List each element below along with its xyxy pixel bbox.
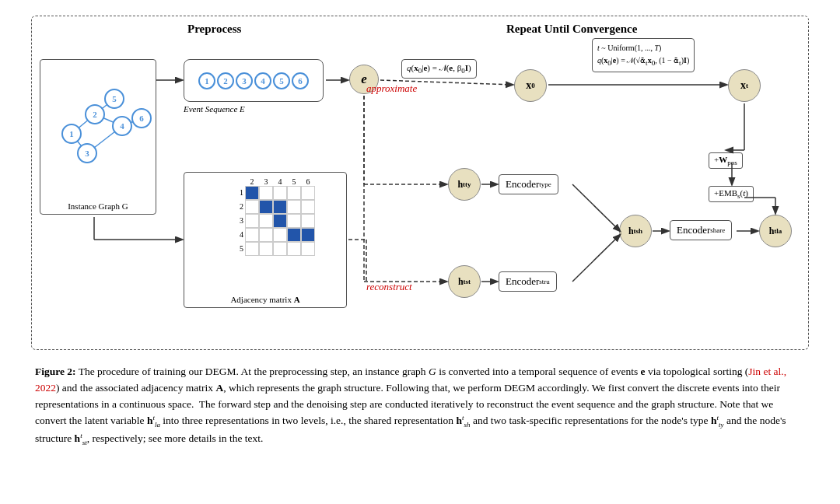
caption: Figure 2: The procedure of training our … (31, 364, 809, 449)
matrix-cell (245, 242, 259, 256)
encoder-stru-box: Encoderstru (499, 271, 557, 292)
svg-line-32 (572, 184, 620, 231)
h-la-node: htla (759, 215, 792, 247)
wpos-box: +Wpos (709, 152, 743, 169)
adj-matrix-area: 2 3 4 5 6 1 2 (184, 172, 347, 308)
matrix-cell (301, 200, 315, 214)
matrix-cell (301, 242, 315, 256)
instance-graph-label: Instance Graph G (68, 201, 128, 211)
matrix-cell (301, 228, 315, 242)
xt-node: xt (728, 69, 761, 102)
event-seq-box: 1 2 3 4 5 6 (184, 59, 324, 102)
matrix-cell (245, 214, 259, 228)
node-3: 3 (236, 72, 253, 89)
approximate-text: approximate (366, 82, 417, 95)
matrix-cell (273, 200, 287, 214)
event-seq-label: Event Sequence E (184, 104, 245, 114)
matrix-cell (301, 186, 315, 200)
matrix-cell (273, 214, 287, 228)
matrix-cell (287, 186, 301, 200)
matrix-cell (259, 228, 273, 242)
matrix-cell (301, 214, 315, 228)
h-st-node: htst (448, 265, 481, 298)
matrix-cell (287, 214, 301, 228)
matrix-cell (287, 228, 301, 242)
svg-text:3: 3 (85, 149, 89, 158)
svg-text:1: 1 (69, 129, 74, 138)
node-6: 6 (292, 72, 309, 89)
svg-text:6: 6 (139, 114, 144, 123)
matrix-cell (287, 242, 301, 256)
instance-graph-area: 1 2 3 4 5 6 Instance Graph G (40, 59, 156, 215)
encoder-share-box: Encodershare (670, 220, 732, 240)
node-4: 4 (254, 72, 271, 89)
caption-text: Figure 2: The procedure of training our … (35, 366, 786, 444)
emb-box: +EMBs(t) (709, 186, 754, 202)
instance-graph-svg: 1 2 3 4 5 6 (44, 68, 153, 196)
x0-node: x0 (514, 69, 547, 102)
adj-matrix-label: Adjacency matrix A (230, 295, 299, 304)
svg-text:2: 2 (93, 110, 97, 119)
citation-link: Jin et al., 2022 (35, 366, 786, 394)
node-2: 2 (217, 72, 234, 89)
matrix-cell (245, 186, 259, 200)
preprocess-label: Preprocess (187, 23, 241, 36)
formula-box-1: q(x0|e) = 𝒩(e, β0I) (401, 59, 477, 79)
matrix-cell (259, 214, 273, 228)
matrix-cell (259, 200, 273, 214)
svg-text:4: 4 (120, 121, 124, 131)
encoder-type-box: Encodertype (499, 174, 558, 194)
repeat-label: Repeat Until Convergence (506, 23, 637, 36)
svg-text:5: 5 (112, 94, 117, 103)
h-sh-node: htsh (619, 215, 652, 247)
h-ty-node: htty (448, 168, 481, 201)
matrix-cell (259, 186, 273, 200)
matrix-cell (273, 228, 287, 242)
diagram: Preprocess Repeat Until Convergence 1 2 … (31, 16, 809, 350)
svg-line-33 (572, 235, 620, 282)
matrix-cell (245, 228, 259, 242)
figure-container: Preprocess Repeat Until Convergence 1 2 … (31, 16, 809, 449)
matrix-cell (245, 200, 259, 214)
reconstruct-text: reconstruct (366, 281, 412, 293)
matrix-cell (287, 200, 301, 214)
matrix-cell (273, 242, 287, 256)
matrix-cell (259, 242, 273, 256)
matrix-cell (273, 186, 287, 200)
formula-box-2: t ~ Uniform(1, ..., T) q(x0|e) = 𝒩(√ᾱtx0… (592, 38, 695, 72)
node-5: 5 (273, 72, 290, 89)
node-1: 1 (198, 72, 215, 89)
